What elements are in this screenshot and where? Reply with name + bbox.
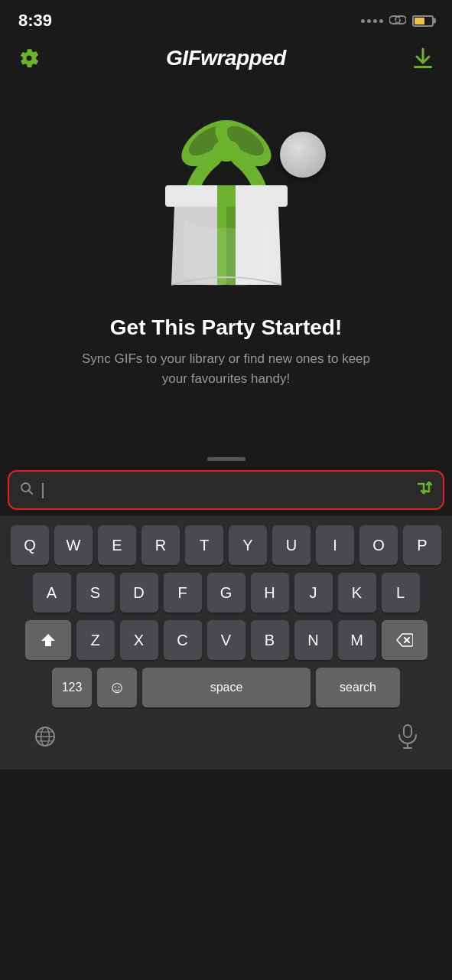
main-subtext: Sync GIFs to your library or find new on…	[81, 349, 372, 388]
key-t[interactable]: T	[185, 525, 223, 565]
logo-container	[135, 93, 318, 308]
keyboard: Q W E R T Y U I O P A S D F G H J K L Z …	[0, 516, 452, 769]
key-g[interactable]: G	[207, 573, 246, 612]
key-n[interactable]: N	[294, 620, 333, 660]
key-a[interactable]: A	[33, 573, 71, 612]
space-key[interactable]: space	[142, 668, 311, 707]
key-e[interactable]: E	[98, 525, 136, 565]
key-j[interactable]: J	[294, 573, 333, 612]
delete-key[interactable]	[382, 620, 428, 660]
keyboard-row-3: Z X C V B N M	[3, 620, 449, 660]
svg-rect-7	[217, 185, 236, 207]
header: GIFwrapped	[0, 38, 452, 78]
key-v[interactable]: V	[207, 620, 246, 660]
link-icon	[389, 13, 406, 29]
key-q[interactable]: Q	[11, 525, 49, 565]
key-s[interactable]: S	[76, 573, 115, 612]
key-m[interactable]: M	[338, 620, 376, 660]
download-button[interactable]	[409, 44, 437, 72]
gift-logo	[142, 101, 311, 300]
key-w[interactable]: W	[54, 525, 93, 565]
battery-icon	[412, 15, 434, 27]
keyboard-row-2: A S D F G H J K L	[3, 573, 449, 612]
signal-icon	[361, 19, 383, 23]
cursor	[42, 483, 44, 498]
settings-button[interactable]	[15, 44, 43, 72]
key-k[interactable]: K	[338, 573, 376, 612]
emoji-key[interactable]: ☺	[97, 668, 137, 707]
key-u[interactable]: U	[272, 525, 311, 565]
search-input[interactable]	[41, 482, 409, 498]
key-c[interactable]: C	[164, 620, 202, 660]
status-bar: 8:39	[0, 0, 452, 38]
key-b[interactable]: B	[251, 620, 289, 660]
status-time: 8:39	[18, 11, 52, 31]
key-i[interactable]: I	[316, 525, 354, 565]
search-bar[interactable]	[8, 470, 444, 510]
key-r[interactable]: R	[141, 525, 180, 565]
key-p[interactable]: P	[403, 525, 441, 565]
shift-key[interactable]	[25, 620, 71, 660]
mic-icon[interactable]	[397, 724, 418, 754]
drag-handle	[207, 457, 246, 461]
sort-icon[interactable]	[415, 479, 432, 501]
keyboard-row-4: 123 ☺ space search	[3, 668, 449, 707]
key-f[interactable]: F	[164, 573, 202, 612]
app-title: GIFwrapped	[166, 46, 286, 70]
search-key[interactable]: search	[316, 668, 400, 707]
gray-circle-button[interactable]	[280, 132, 326, 178]
svg-rect-0	[414, 66, 432, 68]
main-heading: Get This Party Started!	[110, 315, 342, 340]
keyboard-row-1: Q W E R T Y U I O P	[3, 525, 449, 565]
globe-icon[interactable]	[34, 725, 57, 753]
svg-line-11	[29, 490, 33, 494]
key-z[interactable]: Z	[76, 620, 115, 660]
svg-rect-24	[404, 725, 411, 737]
search-icon	[20, 482, 34, 499]
key-d[interactable]: D	[120, 573, 158, 612]
key-y[interactable]: Y	[229, 525, 267, 565]
numbers-key[interactable]: 123	[52, 668, 92, 707]
key-h[interactable]: H	[251, 573, 289, 612]
bottom-bar	[3, 715, 449, 766]
status-icons	[361, 13, 434, 29]
key-o[interactable]: O	[359, 525, 398, 565]
key-x[interactable]: X	[120, 620, 158, 660]
main-content: Get This Party Started! Sync GIFs to you…	[0, 78, 452, 396]
key-l[interactable]: L	[382, 573, 420, 612]
